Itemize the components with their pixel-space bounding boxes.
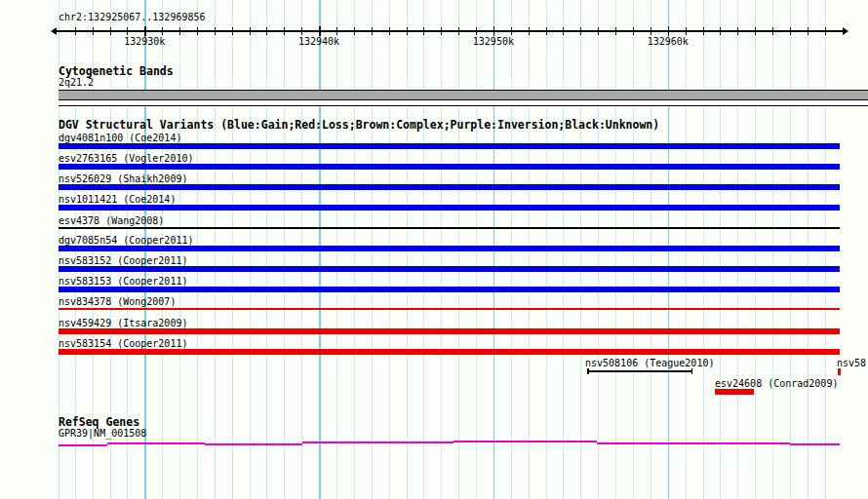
refseq-gene-label[interactable]: GPR39|NM_001508: [59, 428, 146, 439]
ruler-minor-tick: [790, 27, 791, 35]
variant-bar[interactable]: [715, 389, 754, 395]
ruler-minor-tick: [458, 27, 459, 35]
ruler-minor-tick: [336, 27, 337, 35]
ruler-minor-tick: [441, 27, 442, 35]
variant-thin-line[interactable]: [59, 308, 840, 310]
variant-label[interactable]: esv2763165 (Vogler2010): [59, 153, 193, 164]
ruler-minor-tick: [389, 27, 390, 35]
ruler-minor-tick: [407, 27, 408, 35]
ruler-minor-tick: [563, 27, 564, 35]
variant-label[interactable]: nsv583152 (Cooper2011): [59, 255, 187, 266]
variant-label[interactable]: nsv1011421 (Coe2014): [59, 194, 176, 205]
gene-line-segment[interactable]: [597, 442, 790, 444]
ruler-minor-tick: [93, 27, 94, 35]
ruler-minor-tick: [755, 27, 756, 35]
variant-label[interactable]: esv24608 (Conrad2009): [715, 378, 838, 389]
variant-range-cap: [691, 368, 693, 375]
cytogenetic-bands-title: Cytogenetic Bands: [59, 65, 174, 77]
ruler-tick-label: 132940k: [296, 36, 342, 47]
ruler-minor-tick: [75, 27, 76, 35]
ruler-right-arrow-icon: [843, 27, 848, 35]
cytoband-subbar[interactable]: [59, 100, 868, 106]
gene-line-segment[interactable]: [454, 441, 597, 442]
variant-tick[interactable]: [838, 368, 841, 375]
variant-label[interactable]: nsv834378 (Wong2007): [59, 296, 176, 307]
ruler-minor-tick: [825, 27, 826, 35]
genome-browser-view: chr2:132925067..132969856 132930k132940k…: [0, 0, 868, 499]
ruler-minor-tick: [162, 27, 163, 35]
ruler-minor-tick: [301, 27, 302, 35]
variant-bar[interactable]: [59, 328, 840, 334]
ruler-minor-tick: [232, 27, 233, 35]
ruler-minor-tick: [110, 27, 111, 35]
gene-line-segment[interactable]: [790, 443, 840, 445]
ruler-tick-label: 132960k: [645, 36, 691, 47]
variant-label[interactable]: nsv508106 (Teague2010): [585, 358, 714, 368]
variant-label[interactable]: nsv459429 (Itsara2009): [59, 318, 187, 328]
ruler-minor-tick: [529, 27, 530, 35]
ruler-left-arrow-icon: [51, 27, 57, 35]
variant-bar[interactable]: [59, 349, 840, 355]
ruler-minor-tick: [266, 27, 267, 35]
variant-label[interactable]: nsv526029 (Shaikh2009): [59, 173, 187, 184]
dgv-track-title: DGV Structural Variants (Blue:Gain;Red:L…: [59, 119, 659, 131]
variant-label[interactable]: dgv7085n54 (Cooper2011): [59, 235, 193, 246]
variant-thin-line[interactable]: [59, 227, 840, 229]
ruler-minor-tick: [179, 27, 180, 35]
ruler-minor-tick: [215, 27, 216, 35]
ruler-major-tick: [668, 26, 670, 36]
gene-line-segment[interactable]: [205, 443, 302, 445]
ruler-tick-label: 132930k: [121, 36, 168, 47]
ruler-minor-tick: [580, 27, 581, 35]
ruler-major-tick: [493, 26, 495, 36]
variant-label[interactable]: esv4378 (Wang2008): [59, 215, 164, 226]
gene-line-segment[interactable]: [59, 444, 107, 446]
cytoband-label: 2q21.2: [59, 77, 94, 88]
ruler-minor-tick: [546, 27, 547, 35]
variant-bar[interactable]: [59, 184, 840, 190]
ruler-minor-tick: [720, 27, 721, 35]
variant-bar[interactable]: [59, 164, 840, 170]
gene-line-segment[interactable]: [302, 441, 454, 443]
variant-label[interactable]: nsv58: [837, 358, 866, 368]
variant-label[interactable]: nsv583154 (Cooper2011): [59, 338, 187, 349]
ruler-minor-tick: [808, 27, 809, 35]
ruler-major-tick: [144, 26, 146, 36]
ruler-minor-tick: [372, 27, 373, 35]
coordinate-ruler: 132930k132940k132950k132960k: [0, 0, 868, 54]
ruler-minor-tick: [284, 27, 285, 35]
ruler-minor-tick: [250, 27, 251, 35]
ruler-minor-tick: [737, 27, 738, 35]
ruler-minor-tick: [511, 27, 512, 35]
ruler-baseline: [56, 30, 843, 32]
ruler-minor-tick: [686, 27, 687, 35]
variant-label[interactable]: nsv583153 (Cooper2011): [59, 276, 187, 287]
ruler-minor-tick: [598, 27, 599, 35]
ruler-tick-label: 132950k: [470, 36, 517, 47]
ruler-minor-tick: [127, 27, 128, 35]
ruler-minor-tick: [651, 27, 651, 35]
gene-line-segment[interactable]: [107, 442, 205, 444]
ruler-minor-tick: [615, 27, 616, 35]
ruler-minor-tick: [703, 27, 704, 35]
variant-range-line[interactable]: [587, 370, 692, 372]
ruler-minor-tick: [197, 27, 198, 35]
ruler-minor-tick: [423, 27, 424, 35]
ruler-minor-tick: [354, 27, 355, 35]
variant-bar[interactable]: [59, 266, 840, 272]
variant-label[interactable]: dgv4081n100 (Coe2014): [59, 133, 181, 143]
cytoband-bar[interactable]: [59, 90, 868, 100]
variant-range-cap: [587, 368, 589, 375]
variant-bar[interactable]: [59, 205, 840, 211]
ruler-minor-tick: [633, 27, 634, 35]
variant-bar[interactable]: [59, 246, 840, 251]
ruler-major-tick: [319, 26, 321, 36]
refseq-genes-title: RefSeq Genes: [59, 416, 139, 428]
ruler-minor-tick: [772, 27, 773, 35]
variant-bar[interactable]: [59, 287, 840, 292]
variant-bar[interactable]: [59, 143, 840, 149]
ruler-minor-tick: [476, 27, 477, 35]
